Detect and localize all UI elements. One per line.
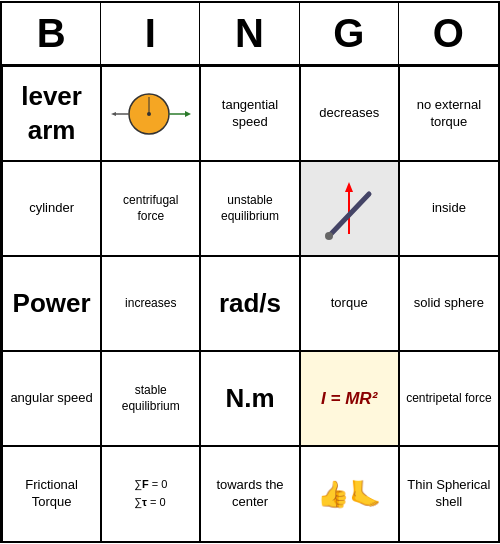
cell-r4c0: Frictional Torque (2, 446, 101, 541)
svg-marker-2 (111, 112, 116, 116)
header-n: N (200, 3, 299, 64)
cell-r0c3: decreases (300, 66, 399, 161)
decreases-text: decreases (319, 105, 379, 122)
cell-r2c2: rad/s (200, 256, 299, 351)
tangential-speed-text: tangential speed (207, 97, 292, 131)
cell-r4c1: ∑F = 0 ∑τ = 0 (101, 446, 200, 541)
cell-r2c3: torque (300, 256, 399, 351)
thin-spherical-shell-text: Thin Spherical shell (406, 477, 492, 511)
header-o: O (399, 3, 498, 64)
cell-r3c2: N.m (200, 351, 299, 446)
cell-r1c3 (300, 161, 399, 256)
increases-text: increases (125, 296, 176, 312)
cell-r3c0: angular speed (2, 351, 101, 446)
cylinder-text: cylinder (29, 200, 74, 217)
formula-text: I = MR² (321, 389, 377, 409)
lever-arm-text: lever arm (9, 80, 94, 148)
centripetal-force-text: centripetal force (406, 391, 491, 407)
centrifugal-force-text: centrifugal force (108, 193, 193, 224)
cell-r0c0: lever arm (2, 66, 101, 161)
cell-r3c4: centripetal force (399, 351, 498, 446)
bingo-card: B I N G O lever arm (0, 1, 500, 543)
cell-r1c1: centrifugal force (101, 161, 200, 256)
bingo-grid: lever arm tangential speed (2, 66, 498, 541)
header-g: G (300, 3, 399, 64)
header-i: I (101, 3, 200, 64)
svg-point-10 (325, 232, 333, 240)
unstable-eq-text: unstable equilibrium (207, 193, 292, 224)
cell-r1c4: inside (399, 161, 498, 256)
sum-formula-text: ∑F = 0 ∑τ = 0 (134, 476, 167, 511)
towards-center-text: towards the center (207, 477, 292, 511)
cell-r1c2: unstable equilibrium (200, 161, 299, 256)
cell-r1c0: cylinder (2, 161, 101, 256)
cell-r3c3: I = MR² (300, 351, 399, 446)
cell-r0c2: tangential speed (200, 66, 299, 161)
cell-r4c2: towards the center (200, 446, 299, 541)
cell-r0c4: no external torque (399, 66, 498, 161)
svg-marker-4 (185, 111, 191, 117)
solid-sphere-text: solid sphere (414, 295, 484, 312)
frictional-torque-text: Frictional Torque (9, 477, 94, 511)
header-b: B (2, 3, 101, 64)
no-external-torque-text: no external torque (406, 97, 492, 131)
cell-r4c4: Thin Spherical shell (399, 446, 498, 541)
svg-point-6 (147, 112, 151, 116)
stable-eq-text: stable equilibrium (108, 383, 193, 414)
inside-text: inside (432, 200, 466, 217)
cell-r0c1 (101, 66, 200, 161)
angular-speed-text: angular speed (10, 390, 92, 407)
lever-arm-svg (111, 79, 191, 149)
bingo-header: B I N G O (2, 3, 498, 66)
cell-r2c0: Power (2, 256, 101, 351)
svg-marker-8 (345, 182, 353, 192)
rad-s-text: rad/s (219, 287, 281, 321)
equilibrium-svg (319, 174, 379, 244)
power-text: Power (13, 287, 91, 321)
cell-r2c1: increases (101, 256, 200, 351)
torque-text: torque (331, 295, 368, 312)
nm-text: N.m (225, 382, 274, 416)
cell-r3c1: stable equilibrium (101, 351, 200, 446)
cell-r2c4: solid sphere (399, 256, 498, 351)
cell-r4c3: 👍🦶 (300, 446, 399, 541)
thumbs-area: 👍🦶 (317, 479, 381, 510)
